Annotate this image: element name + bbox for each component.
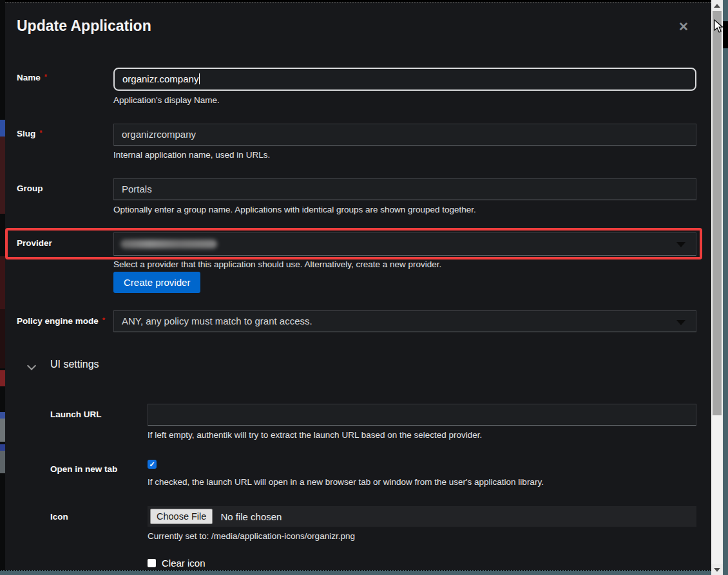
ui-settings-section-toggle[interactable]: UI settings — [28, 359, 99, 370]
icon-current-help: Currently set to: /media/application-ico… — [148, 531, 355, 541]
icon-label: Icon — [50, 512, 68, 522]
launch-url-input[interactable] — [148, 404, 696, 426]
backdrop-fragment — [0, 256, 5, 309]
name-label-text: Name — [17, 73, 41, 82]
slug-input-value: organizrcompany — [122, 129, 196, 140]
slug-label-text: Slug — [17, 129, 35, 138]
chevron-down-icon — [28, 361, 36, 369]
choose-file-button[interactable]: Choose File — [150, 509, 213, 524]
scroll-up-icon — [714, 4, 720, 8]
ui-settings-title: UI settings — [50, 359, 99, 370]
scroll-up-button[interactable] — [711, 0, 723, 11]
group-label: Group — [17, 184, 43, 193]
group-input-value: Portals — [122, 184, 152, 194]
create-provider-button[interactable]: Create provider — [113, 272, 200, 293]
open-in-new-tab-label: Open in new tab — [50, 464, 117, 474]
slug-label: Slug* — [17, 129, 43, 138]
backdrop-fragment — [0, 120, 5, 137]
policy-selected-value: ANY, any policy must match to grant acce… — [122, 316, 312, 326]
backdrop-fragment — [0, 309, 5, 368]
group-input[interactable]: Portals — [113, 178, 696, 200]
policy-engine-mode-select[interactable]: ANY, any policy must match to grant acce… — [113, 310, 696, 332]
name-help: Application's display Name. — [113, 95, 220, 105]
open-in-new-tab-help: If checked, the launch URL will open in … — [148, 477, 544, 487]
backdrop-left-strip — [0, 0, 5, 575]
slug-input[interactable]: organizrcompany — [113, 124, 696, 146]
scroll-down-button[interactable] — [711, 564, 723, 575]
backdrop-fragment — [0, 444, 5, 451]
backdrop-fragment — [0, 370, 5, 386]
mouse-cursor-icon — [714, 19, 724, 33]
backdrop-fragment — [0, 137, 5, 214]
backdrop-fragment — [0, 451, 5, 473]
close-icon[interactable]: ✕ — [678, 19, 689, 34]
name-label: Name* — [17, 73, 47, 82]
provider-label: Provider — [17, 238, 52, 248]
backdrop-fragment — [0, 412, 5, 419]
open-in-new-tab-checkbox[interactable]: ✓ — [148, 460, 157, 469]
policy-label-text: Policy engine mode — [17, 316, 99, 326]
backdrop-right-strip — [723, 0, 728, 575]
required-asterisk: * — [102, 316, 105, 324]
chevron-down-icon — [676, 320, 685, 325]
clear-icon-checkbox[interactable] — [148, 559, 156, 567]
vertical-scrollbar[interactable] — [711, 0, 723, 575]
dialog-title: Update Application — [17, 17, 151, 35]
backdrop-fragment — [0, 419, 5, 442]
file-status-text: No file chosen — [220, 511, 282, 522]
name-input[interactable]: organizr.company — [113, 68, 696, 91]
chevron-down-icon — [676, 242, 685, 247]
clear-icon-label: Clear icon — [162, 558, 206, 569]
policy-engine-mode-label: Policy engine mode* — [17, 316, 105, 326]
scroll-down-icon — [714, 568, 720, 572]
provider-value-redacted — [120, 240, 217, 249]
icon-file-input[interactable]: Choose File No file chosen — [148, 506, 696, 527]
name-input-value: organizr.company — [122, 73, 198, 84]
required-asterisk: * — [44, 73, 47, 80]
slug-help: Internal application name, used in URLs. — [113, 150, 270, 160]
scrollbar-thumb[interactable] — [713, 11, 722, 415]
required-asterisk: * — [39, 129, 42, 137]
launch-url-help: If left empty, authentik will try to ext… — [148, 430, 482, 440]
update-application-dialog: Update Application ✕ Name* organizr.comp… — [5, 2, 711, 570]
group-help: Optionally enter a group name. Applicati… — [113, 205, 476, 214]
text-caret — [199, 73, 200, 84]
provider-help: Select a provider that this application … — [113, 259, 441, 269]
provider-select[interactable] — [113, 232, 696, 256]
backdrop-bottom-strip — [0, 570, 711, 575]
launch-url-label: Launch URL — [50, 410, 102, 419]
